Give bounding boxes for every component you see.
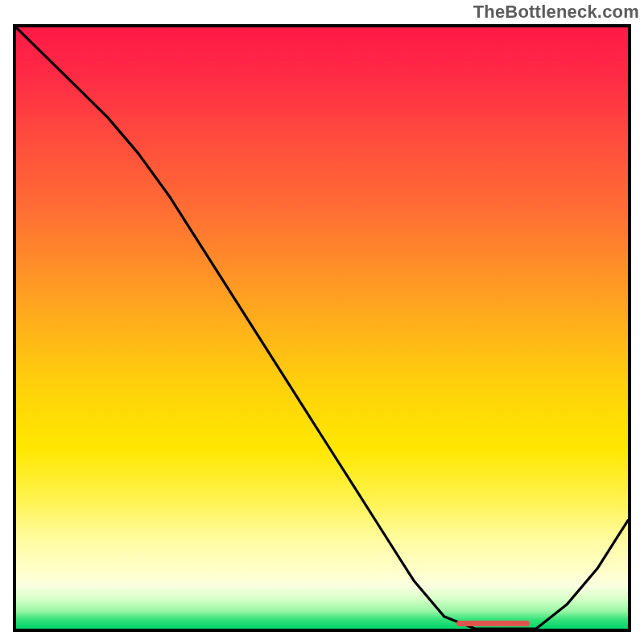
plot-frame xyxy=(13,24,631,632)
optimal-range-marker xyxy=(456,621,530,626)
bottleneck-curve xyxy=(16,27,628,629)
watermark-text: TheBottleneck.com xyxy=(473,2,639,23)
curve-path xyxy=(16,27,628,629)
chart-stage: TheBottleneck.com xyxy=(0,0,644,644)
